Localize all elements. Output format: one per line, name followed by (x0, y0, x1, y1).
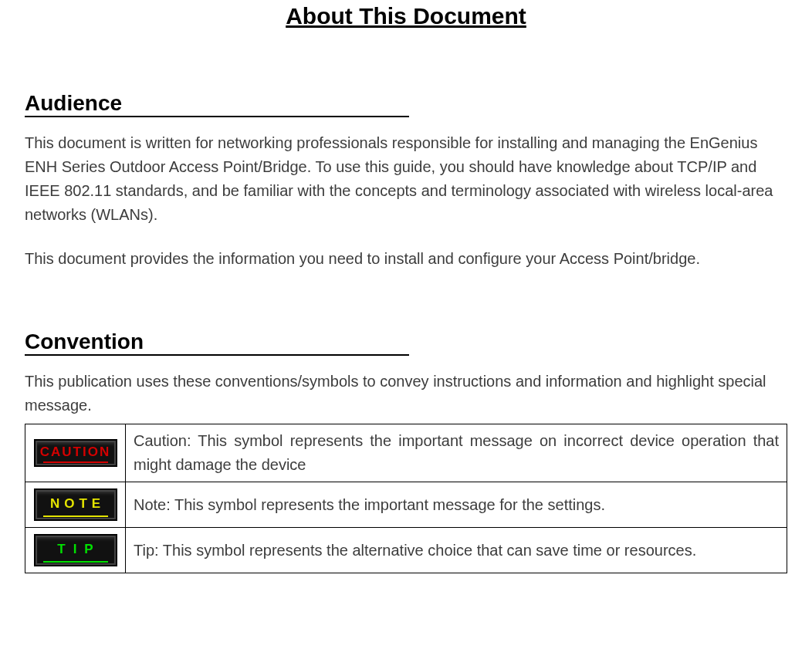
caution-badge-cell: CAUTION (25, 424, 126, 482)
table-row: CAUTION Caution: This symbol represents … (25, 424, 787, 482)
convention-heading-text: Convention (25, 330, 148, 354)
tip-badge-cell: TIP (25, 528, 126, 573)
page-title: About This Document (25, 3, 787, 29)
section-spacer (25, 291, 787, 330)
audience-paragraph-1: This document is written for networking … (25, 131, 787, 227)
note-badge-cell: NOTE (25, 482, 126, 528)
heading-underline (25, 116, 409, 117)
caution-icon: CAUTION (34, 439, 117, 467)
table-row: NOTE Note: This symbol represents the im… (25, 482, 787, 528)
tip-icon: TIP (34, 534, 117, 566)
note-icon: NOTE (34, 488, 117, 521)
table-row: TIP Tip: This symbol represents the alte… (25, 528, 787, 573)
audience-paragraph-2: This document provides the information y… (25, 247, 787, 271)
tip-description: Tip: This symbol represents the alternat… (126, 528, 787, 573)
caution-description: Caution: This symbol represents the impo… (126, 424, 787, 482)
heading-underline (25, 354, 409, 356)
audience-heading: Audience (25, 91, 787, 116)
audience-heading-text: Audience (25, 91, 127, 116)
note-description: Note: This symbol represents the importa… (126, 482, 787, 528)
convention-heading: Convention (25, 330, 787, 354)
convention-table: CAUTION Caution: This symbol represents … (25, 424, 787, 573)
convention-intro: This publication uses these conventions/… (25, 370, 787, 417)
